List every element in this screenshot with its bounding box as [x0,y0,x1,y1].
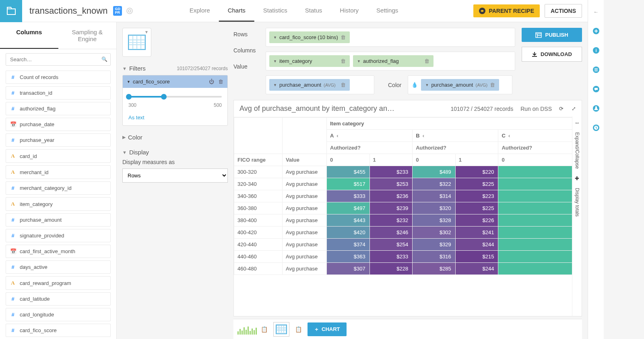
pill-rows-fico[interactable]: ▼ card_fico_score (10 bins) 🗑 [269,31,350,43]
trash-icon[interactable]: 🗑 [490,82,495,88]
column-name: card_longitude [20,312,54,318]
pill-value-purchase[interactable]: ▼ purchase_amount (AVG) 🗑 [269,79,350,91]
sidebar-tab-columns[interactable]: Columns [0,22,58,49]
rows-label: Rows [233,31,259,37]
clock-icon[interactable] [592,124,600,131]
svg-rect-4 [532,56,537,57]
column-name: days_active [20,264,47,270]
target-icon[interactable] [126,7,133,15]
type-text-icon: A [10,280,16,286]
slider-handle-max[interactable] [161,94,167,100]
trash-icon[interactable]: 🗑 [218,79,223,85]
column-name: purchase_amount [20,217,62,223]
column-item[interactable]: #purchase_amount [6,213,111,227]
column-item[interactable]: Amerchant_id [6,165,111,179]
pill-col-itemcat[interactable]: ▼ item_category 🗑 [269,55,350,67]
data-cell: $ [498,263,582,275]
column-item[interactable]: Aitem_category [6,197,111,211]
filter-as-text-link[interactable]: As text [123,110,227,121]
tab-explore[interactable]: Explore [181,0,219,22]
column-item[interactable]: #days_active [6,260,111,274]
columns-dropzone[interactable]: ▼ item_category 🗑 ▼ authorized_flag 🗑 [266,52,515,71]
column-item[interactable]: Acard_id [6,149,111,163]
comment-icon[interactable] [592,85,600,93]
data-cell: $246 [369,227,413,239]
tab-history[interactable]: History [331,0,367,22]
power-icon[interactable]: ⏻ [209,79,214,85]
pivot-table-icon [276,324,287,334]
filters-section-header[interactable]: ▼ Filters 101072/254027 records [122,65,228,72]
download-button[interactable]: DOWNLOAD [522,47,582,62]
color-section-header[interactable]: ▶ Color [122,134,228,141]
data-cell: $215 [455,251,498,263]
column-item[interactable]: #transaction_id [6,86,111,100]
dataset-icon[interactable] [0,0,22,22]
fullscreen-icon[interactable]: ⤢ [572,106,576,112]
column-item[interactable]: #card_fico_score [6,324,111,337]
column-item[interactable]: 📅card_first_active_month [6,245,111,258]
fico-range-cell: 380-400 [234,214,283,227]
column-item[interactable]: #merchant_category_id [6,181,111,195]
chart-area: Rows Columns Value ▼ card_fico_score (10… [233,22,588,339]
copy-icon[interactable]: 📋 [261,326,268,333]
chart-thumb-bars[interactable] [239,322,255,337]
trash-icon[interactable]: 🗑 [341,58,346,64]
add-chart-button[interactable]: ＋ CHART [308,322,347,336]
column-item[interactable]: #Count of records [6,71,111,84]
column-item[interactable]: #card_longitude [6,308,111,321]
tab-statistics[interactable]: Statistics [254,0,296,22]
column-item[interactable]: #purchase_year [6,133,111,147]
column-item[interactable]: #card_latitude [6,292,111,306]
sidebar-tab-sampling[interactable]: Sampling & Engine [58,22,117,49]
copy-icon[interactable]: 📋 [295,326,302,333]
info-icon[interactable]: i [592,47,600,54]
display-section-header[interactable]: ▼ Display [122,149,228,156]
pill-color-purchase[interactable]: ▼ purchase_amount (AVG) 🗑 [421,79,499,91]
actions-button[interactable]: ACTIONS [545,4,582,18]
list-icon[interactable] [592,66,600,73]
data-cell: $489 [413,166,456,178]
pill-col-authflag[interactable]: ▼ authorized_flag 🗑 [353,55,433,67]
tab-charts[interactable]: Charts [219,0,254,22]
run-engine-selector[interactable]: Run on DSS [520,106,552,112]
back-arrow-icon[interactable]: ← [592,8,600,15]
lab-icon[interactable] [592,105,600,112]
column-name: purchase_date [20,121,54,127]
slider-min-label: 300 [128,102,136,108]
column-item[interactable]: #signature_provided [6,229,111,242]
value-dropzone[interactable]: ▼ purchase_amount (AVG) 🗑 [266,75,374,94]
trash-icon[interactable]: 🗑 [341,82,346,88]
display-totals-label[interactable]: Display totals [574,188,580,216]
add-circle-icon[interactable] [592,27,600,35]
column-search-input[interactable] [6,53,111,66]
data-cell: $322 [413,178,456,190]
column-item[interactable]: #authorized_flag [6,102,111,115]
filter-header[interactable]: ▼ card_fico_score ⏻ 🗑 [123,75,227,88]
type-num-icon: # [10,90,16,96]
tab-status[interactable]: Status [296,0,331,22]
rows-dropzone[interactable]: ▼ card_fico_score (10 bins) 🗑 [266,28,515,47]
column-name: card_first_active_month [20,248,75,254]
data-cell: $302 [413,227,456,239]
display-measures-select[interactable]: Rows [122,168,228,183]
column-item[interactable]: 📅purchase_date [6,118,111,131]
tab-settings[interactable]: Settings [367,0,407,22]
parent-recipe-button[interactable]: PARENT RECIPE [473,4,540,17]
trash-icon[interactable]: 🗑 [424,58,429,64]
range-slider[interactable]: 300 500 [123,88,227,110]
trash-icon[interactable]: 🗑 [341,34,346,40]
refresh-icon[interactable]: ⟳ [559,106,564,112]
expand-collapse-toggle-icon[interactable]: ↔ [574,120,580,126]
publish-button[interactable]: PUBLISH [522,28,582,42]
color-dropzone[interactable]: 💧 ▼ purchase_amount (AVG) 🗑 [408,75,512,94]
data-cell: $ [498,178,582,190]
chart-thumb-table[interactable] [273,322,289,337]
plus-icon: ＋ [314,326,319,333]
plus-icon[interactable]: ✚ [575,175,579,181]
expand-collapse-label[interactable]: Expand/Collapse [574,132,580,169]
column-item[interactable]: Acard_reward_program [6,276,111,290]
chart-type-selector[interactable]: ▼ [122,28,151,57]
filter-card: ▼ card_fico_score ⏻ 🗑 [122,75,228,126]
data-cell: $ [498,251,582,263]
slider-handle-min[interactable] [126,94,132,100]
